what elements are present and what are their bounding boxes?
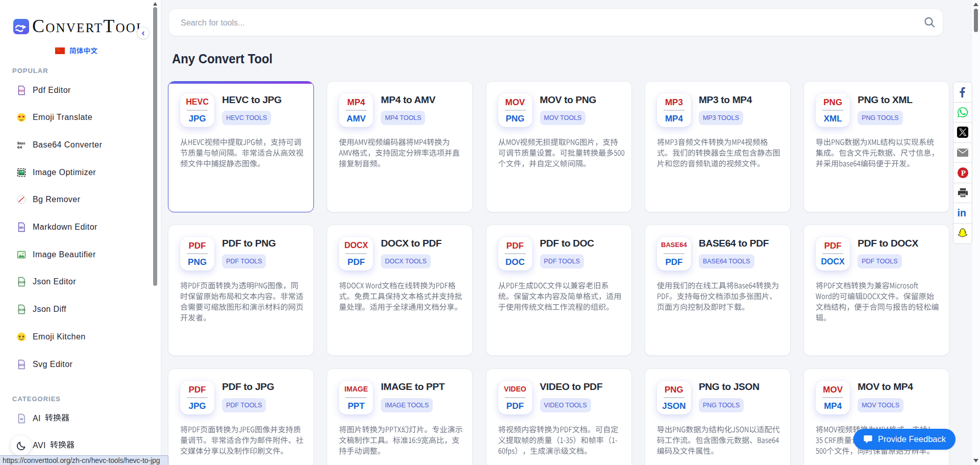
svg-text:in: in: [958, 207, 966, 218]
svg-text:MD: MD: [19, 226, 24, 229]
svg-text:P: P: [961, 168, 965, 177]
svg-text:64: 64: [17, 145, 22, 150]
svg-text:JSON: JSON: [18, 308, 26, 311]
svg-text:PDF: PDF: [19, 89, 25, 92]
svg-text:SVG: SVG: [18, 363, 24, 366]
svg-text:JSON: JSON: [18, 281, 26, 284]
svg-text:Base: Base: [17, 141, 26, 144]
svg-text:AI: AI: [20, 418, 23, 421]
